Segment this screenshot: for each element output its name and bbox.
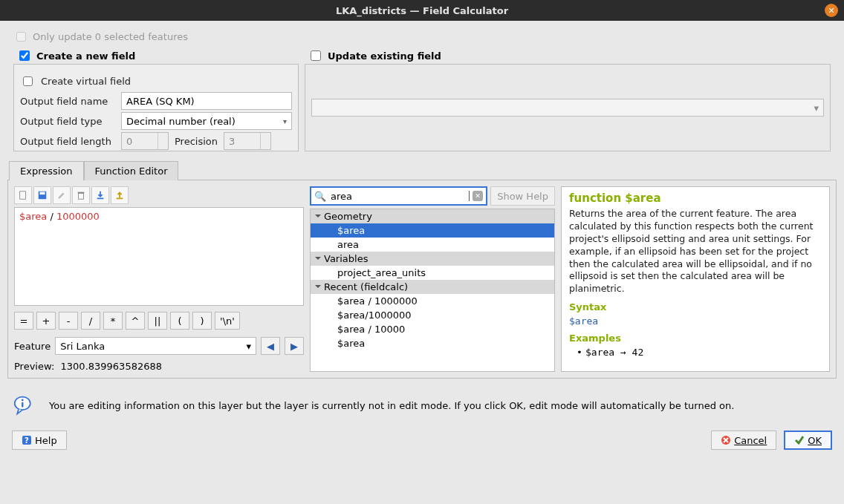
search-input[interactable]: 🔍 ✕ — [310, 186, 487, 206]
save-icon[interactable] — [33, 186, 51, 204]
update-field-box: ▾ — [305, 64, 831, 151]
window-title: LKA_districts — Field Calculator — [336, 5, 508, 16]
search-field[interactable] — [329, 189, 467, 203]
feature-select[interactable]: Sri Lanka ▾ — [55, 337, 256, 355]
import-icon[interactable] — [91, 186, 109, 204]
update-existing-label: Update existing field — [328, 50, 441, 62]
tree-item[interactable]: area — [311, 238, 554, 252]
precision-stepper[interactable]: 3 — [224, 132, 271, 150]
help-title: function $area — [569, 192, 822, 205]
op-multiply[interactable]: * — [103, 312, 123, 330]
info-message: You are editing information on this laye… — [49, 400, 734, 411]
svg-rect-4 — [78, 192, 85, 194]
output-length-label: Output field length — [20, 136, 115, 147]
help-description: Returns the area of the current feature.… — [569, 208, 822, 295]
only-update-row: Only update 0 selected features — [13, 28, 831, 45]
chevron-down-icon: ▾ — [814, 102, 819, 114]
help-example: $area → 42 — [569, 347, 822, 358]
tree-group-geometry[interactable]: Geometry — [311, 209, 554, 223]
prev-feature-button[interactable]: ◀ — [261, 337, 280, 355]
ok-button[interactable]: OK — [784, 431, 832, 450]
info-icon — [13, 395, 34, 416]
ok-icon — [794, 435, 805, 445]
svg-point-8 — [22, 399, 24, 402]
svg-text:?: ? — [25, 436, 29, 445]
op-lparen[interactable]: ( — [170, 312, 189, 330]
chevron-down-icon: ▾ — [283, 117, 287, 125]
tree-item[interactable]: project_area_units — [311, 266, 554, 280]
tree-item[interactable]: $area / 1000000 — [311, 294, 554, 308]
existing-field-select: ▾ — [311, 99, 824, 117]
cancel-icon — [721, 435, 731, 445]
titlebar: LKA_districts — Field Calculator ✕ — [0, 0, 844, 21]
svg-rect-3 — [79, 193, 84, 199]
op-minus[interactable]: - — [59, 312, 78, 330]
tab-function-editor[interactable]: Function Editor — [84, 161, 179, 180]
output-type-value: Decimal number (real) — [126, 116, 236, 127]
search-icon: 🔍 — [314, 191, 326, 202]
output-name-label: Output field name — [20, 96, 115, 107]
tree-item[interactable]: $area — [311, 336, 554, 350]
output-name-field[interactable] — [121, 92, 292, 110]
update-existing-checkbox[interactable] — [311, 50, 321, 61]
tree-item[interactable]: $area/1000000 — [311, 308, 554, 322]
op-equals[interactable]: = — [14, 312, 33, 330]
create-new-label: Create a new field — [36, 50, 135, 62]
svg-rect-0 — [20, 192, 26, 200]
function-tree[interactable]: Geometry $area area Variables project_ar… — [310, 209, 555, 372]
expression-editor[interactable]: $area / 1000000 — [14, 207, 304, 306]
clear-search-icon[interactable]: ✕ — [473, 191, 483, 201]
op-power[interactable]: ^ — [126, 312, 145, 330]
new-field-box: Create virtual field Output field name O… — [13, 64, 299, 151]
delete-icon[interactable] — [72, 186, 90, 204]
precision-label: Precision — [175, 136, 218, 147]
preview-value: 1300.839963582688 — [61, 361, 162, 372]
op-newline[interactable]: '\n' — [215, 312, 240, 330]
help-panel: function $area Returns the area of the c… — [561, 186, 830, 372]
op-divide[interactable]: / — [81, 312, 100, 330]
edit-icon[interactable] — [53, 186, 71, 204]
cancel-button[interactable]: Cancel — [711, 431, 776, 450]
svg-rect-5 — [97, 198, 104, 200]
chevron-down-icon: ▾ — [246, 341, 251, 352]
preview-row: Preview: 1300.839963582688 — [14, 361, 304, 372]
output-length-stepper[interactable]: 0 — [121, 132, 169, 150]
new-file-icon[interactable] — [14, 186, 32, 204]
output-type-select[interactable]: Decimal number (real) ▾ — [121, 112, 292, 130]
export-icon[interactable] — [111, 186, 129, 204]
help-icon: ? — [22, 435, 32, 445]
virtual-field-label: Create virtual field — [41, 76, 131, 87]
output-type-label: Output field type — [20, 116, 115, 127]
tree-item[interactable]: $area / 10000 — [311, 322, 554, 336]
svg-rect-9 — [22, 402, 23, 408]
operator-row: = + - / * ^ || ( ) '\n' — [14, 312, 304, 330]
help-examples-label: Examples — [569, 333, 822, 344]
tree-group-recent[interactable]: Recent (fieldcalc) — [311, 280, 554, 294]
close-icon[interactable]: ✕ — [825, 4, 838, 17]
op-rparen[interactable]: ) — [192, 312, 212, 330]
op-plus[interactable]: + — [36, 312, 56, 330]
virtual-field-checkbox[interactable] — [23, 76, 33, 86]
tree-group-variables[interactable]: Variables — [311, 252, 554, 266]
svg-rect-2 — [40, 192, 45, 195]
feature-label: Feature — [14, 341, 51, 352]
only-update-checkbox — [16, 32, 26, 42]
tab-expression[interactable]: Expression — [9, 161, 84, 180]
help-syntax-label: Syntax — [569, 301, 822, 312]
show-help-button: Show Help — [490, 186, 555, 206]
create-new-checkbox[interactable] — [19, 50, 30, 61]
help-button[interactable]: ? Help — [12, 431, 67, 450]
tree-item[interactable]: $area — [311, 223, 554, 238]
only-update-label: Only update 0 selected features — [33, 31, 188, 42]
svg-rect-6 — [117, 198, 123, 200]
help-syntax: $area — [569, 315, 822, 327]
cursor-caret — [469, 191, 470, 201]
op-concat[interactable]: || — [148, 312, 167, 330]
next-feature-button[interactable]: ▶ — [285, 337, 304, 355]
